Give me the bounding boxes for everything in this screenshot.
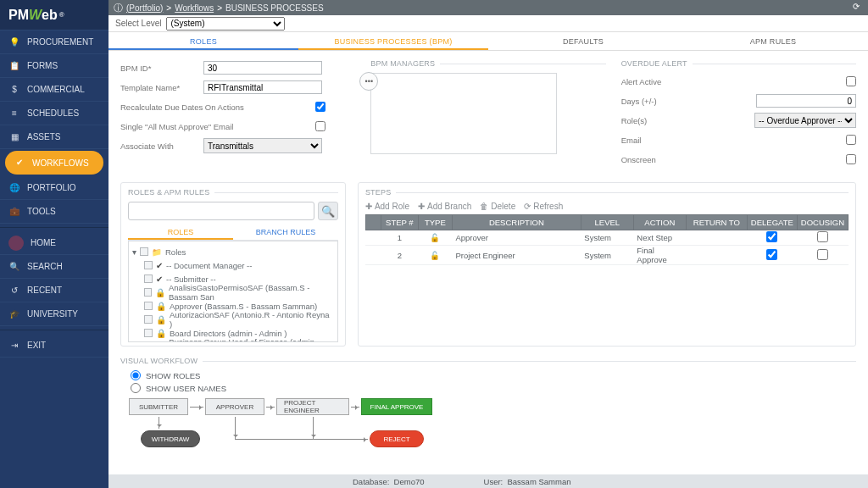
single-email-checkbox[interactable] [315, 121, 326, 131]
show-roles-radio[interactable]: SHOW ROLES [131, 370, 846, 380]
sidebar-item-procurement[interactable]: 💡PROCUREMENT [0, 30, 108, 54]
bpm-id-input[interactable] [203, 61, 322, 75]
avatar-icon [8, 236, 24, 251]
node-project-engineer[interactable]: PROJECT ENGINEER [276, 398, 349, 415]
subtab-roles[interactable]: ROLES [128, 224, 233, 240]
status-bar: Database: Demo70 User: Bassam Samman [108, 474, 868, 488]
table-row[interactable]: 1🔓ApproverSystemNext Step [365, 230, 848, 246]
tree-item[interactable]: ✔-- Document Manager -- [132, 258, 334, 272]
sidebar-item-schedules[interactable]: ≡SCHEDULES [0, 102, 108, 125]
breadcrumb-portfolio[interactable]: (Portfolio) [126, 3, 163, 13]
delete-button[interactable]: 🗑 Delete [480, 202, 515, 211]
node-submitter[interactable]: SUBMITTER [129, 398, 188, 415]
breadcrumb: ⓘ (Portfolio) > Workflows > BUSINESS PRO… [108, 0, 868, 15]
refresh-icon[interactable]: ⟳ [853, 2, 863, 11]
sidebar: PMWeb ® 💡PROCUREMENT📋FORMS$COMMERCIAL≡SC… [0, 0, 108, 488]
recalc-checkbox[interactable] [315, 102, 326, 112]
refresh-button[interactable]: ⟳ Refresh [524, 202, 563, 211]
logo: PMWeb ® [0, 0, 108, 30]
sidebar-item-workflows[interactable]: ✔WORKFLOWS [5, 151, 103, 175]
select-level[interactable]: (System) [166, 17, 285, 30]
node-approver[interactable]: APPROVER [205, 398, 264, 415]
sidebar-item-search[interactable]: 🔍SEARCH [0, 255, 108, 279]
lock-icon: 🔒 [155, 288, 165, 297]
managers-title: BPM MANAGERS [370, 59, 605, 68]
search-icon[interactable]: 🔍 [318, 202, 338, 220]
subtab-branch[interactable]: BRANCH RULES [233, 224, 338, 240]
ellipsis-icon[interactable]: ••• [359, 72, 378, 91]
sidebar-item-portfolio[interactable]: 🌐PORTFOLIO [0, 176, 108, 200]
overdue-onscreen-checkbox[interactable] [846, 154, 856, 164]
tree-item[interactable]: 🔒AnalisisGastoPermisoSAF (Bassam.S - Bas… [132, 286, 334, 299]
node-withdraw[interactable]: WITHDRAW [141, 430, 200, 447]
tab-apm[interactable]: APM RULES [678, 32, 868, 50]
roles-search-input[interactable] [128, 202, 314, 220]
lock-icon: 🔒 [156, 329, 166, 338]
sidebar-item-forms[interactable]: 📋FORMS [0, 54, 108, 78]
managers-box[interactable]: ••• [370, 73, 557, 154]
sidebar-item-home[interactable]: HOME [0, 231, 108, 255]
lock-icon: 🔒 [156, 302, 166, 311]
days-input[interactable] [756, 94, 856, 108]
overdue-email-checkbox[interactable] [846, 135, 856, 145]
node-reject[interactable]: REJECT [370, 430, 424, 447]
add-role-button[interactable]: ✚ Add Role [365, 202, 409, 211]
roles-tree[interactable]: ▾📁Roles ✔-- Document Manager --✔-- Submi… [128, 241, 338, 342]
sidebar-item-label: EXIT [27, 341, 46, 350]
sidebar-exit[interactable]: ⇥ EXIT [0, 334, 108, 358]
tree-item[interactable]: 🔒Business Group Head of Finance (admin -… [132, 340, 334, 342]
overdue-roles-select[interactable]: -- Overdue Approver -- [754, 113, 856, 128]
tree-item[interactable]: 🔒AutorizacionSAF (Antonio.R - Antonio Re… [132, 313, 334, 326]
breadcrumb-current: BUSINESS PROCESSES [225, 3, 324, 13]
sidebar-item-university[interactable]: 🎓UNIVERSITY [0, 302, 108, 326]
alert-active-checkbox[interactable] [846, 76, 856, 86]
steps-grid: STEP #TYPEDESCRIPTIONLEVELACTIONRETURN T… [365, 214, 849, 265]
add-branch-button[interactable]: ✚ Add Branch [418, 202, 471, 211]
show-users-radio[interactable]: SHOW USER NAMES [131, 383, 846, 393]
sidebar-item-recent[interactable]: ↺RECENT [0, 279, 108, 302]
associate-with-select[interactable]: Transmittals [203, 138, 322, 153]
sidebar-item-commercial[interactable]: $COMMERCIAL [0, 78, 108, 102]
select-level-label: Select Level [115, 19, 161, 28]
tab-bpm[interactable]: BUSINESS PROCESSES (BPM) [298, 32, 488, 50]
tab-defaults[interactable]: DEFAULTS [488, 32, 678, 50]
workflow-diagram: SUBMITTER APPROVER PROJECT ENGINEER FINA… [120, 398, 856, 459]
sidebar-item-tools[interactable]: 💼TOOLS [0, 200, 108, 224]
lock-icon: 🔒 [155, 342, 165, 343]
tab-roles[interactable]: ROLES [108, 32, 298, 50]
table-row[interactable]: 2🔓Project EngineerSystemFinal Approve [365, 246, 848, 265]
breadcrumb-workflows[interactable]: Workflows [175, 3, 214, 13]
overdue-title: OVERDUE ALERT [621, 59, 856, 68]
main-tabs: ROLES BUSINESS PROCESSES (BPM) DEFAULTS … [108, 32, 868, 51]
template-name-input[interactable] [203, 80, 322, 94]
lock-icon: 🔒 [156, 315, 166, 324]
sidebar-item-assets[interactable]: ▦ASSETS [0, 125, 108, 149]
exit-icon: ⇥ [8, 340, 20, 352]
node-final-approve[interactable]: FINAL APPROVE [361, 398, 432, 415]
